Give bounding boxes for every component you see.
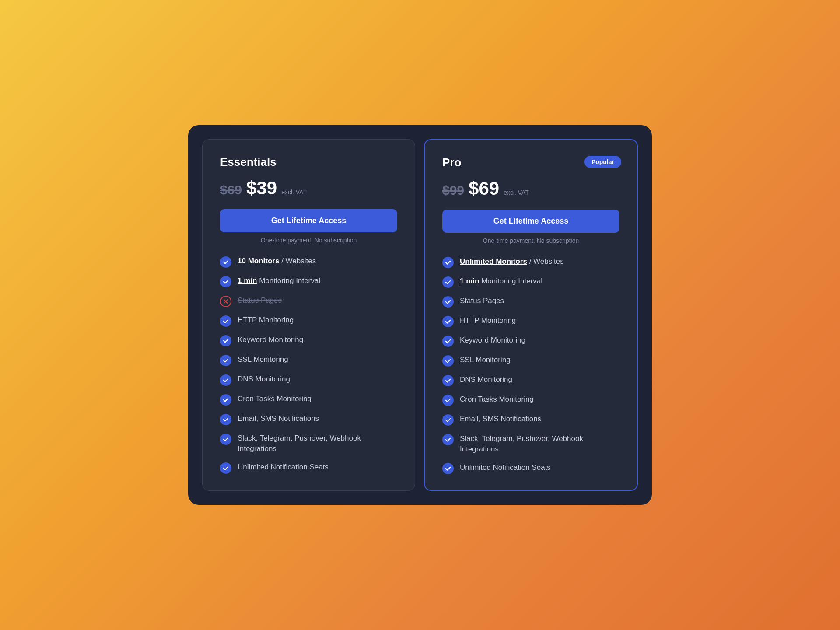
check-icon: [220, 394, 231, 406]
price-old: $99: [442, 183, 464, 198]
check-icon: [442, 316, 454, 327]
check-icon: [442, 355, 454, 367]
check-icon: [442, 414, 454, 426]
feature-text: Status Pages: [460, 296, 504, 306]
payment-note: One-time payment. No subscription: [220, 237, 397, 244]
feature-item: Slack, Telegram, Pushover, Webhook Integ…: [220, 433, 397, 454]
check-icon: [442, 434, 454, 445]
feature-item: Slack, Telegram, Pushover, Webhook Integ…: [442, 434, 620, 455]
payment-note: One-time payment. No subscription: [442, 237, 620, 244]
feature-text: Keyword Monitoring: [460, 335, 525, 346]
check-icon: [220, 462, 231, 474]
feature-text: DNS Monitoring: [238, 374, 290, 385]
feature-item: DNS Monitoring: [220, 374, 397, 386]
feature-item: Cron Tasks Monitoring: [442, 394, 620, 406]
feature-item: HTTP Monitoring: [442, 315, 620, 327]
feature-item: SSL Monitoring: [220, 354, 397, 366]
price-new: $69: [469, 178, 499, 199]
cta-button[interactable]: Get Lifetime Access: [442, 210, 620, 233]
check-icon: [220, 414, 231, 425]
check-icon: [220, 434, 231, 445]
price-vat: excl. VAT: [281, 189, 307, 196]
check-icon: [220, 315, 231, 327]
price-row: $99 $69 excl. VAT: [442, 178, 620, 199]
feature-text: Slack, Telegram, Pushover, Webhook Integ…: [238, 433, 397, 454]
price-row: $69 $39 excl. VAT: [220, 178, 397, 199]
check-icon: [442, 257, 454, 268]
check-icon: [442, 336, 454, 347]
check-icon: [220, 276, 231, 287]
pricing-container: Essentials $69 $39 excl. VAT Get Lifetim…: [188, 125, 652, 505]
feature-text: Unlimited Monitors / Websites: [460, 256, 564, 267]
feature-item: Unlimited Notification Seats: [220, 462, 397, 474]
feature-text: 1 min Monitoring Interval: [460, 276, 542, 287]
price-vat: excl. VAT: [504, 189, 529, 196]
feature-item: Email, SMS Notifications: [442, 414, 620, 426]
plan-card-essentials: Essentials $69 $39 excl. VAT Get Lifetim…: [202, 139, 415, 491]
feature-item: 10 Monitors / Websites: [220, 256, 397, 268]
feature-text: DNS Monitoring: [460, 374, 512, 385]
feature-text: Unlimited Notification Seats: [460, 462, 551, 473]
feature-item: Email, SMS Notifications: [220, 413, 397, 425]
check-icon: [442, 276, 454, 288]
check-icon: [220, 335, 231, 346]
feature-text: SSL Monitoring: [460, 355, 511, 365]
feature-text: Unlimited Notification Seats: [238, 462, 329, 472]
feature-text: 10 Monitors / Websites: [238, 256, 316, 266]
feature-item: Keyword Monitoring: [442, 335, 620, 347]
feature-text: Keyword Monitoring: [238, 335, 303, 345]
feature-item: SSL Monitoring: [442, 355, 620, 367]
feature-text: HTTP Monitoring: [238, 315, 294, 326]
feature-item: 1 min Monitoring Interval: [442, 276, 620, 288]
feature-text: Email, SMS Notifications: [238, 413, 319, 424]
check-icon: [442, 375, 454, 386]
plan-title: Essentials: [220, 155, 397, 169]
features-list: 10 Monitors / Websites 1 min Monitoring …: [220, 256, 397, 474]
feature-text: Slack, Telegram, Pushover, Webhook Integ…: [460, 434, 620, 455]
check-icon: [442, 463, 454, 474]
feature-item: Keyword Monitoring: [220, 335, 397, 346]
check-icon: [220, 355, 231, 366]
feature-item: Unlimited Monitors / Websites: [442, 256, 620, 268]
feature-text: Cron Tasks Monitoring: [238, 394, 312, 404]
feature-text: SSL Monitoring: [238, 354, 288, 365]
check-icon: [220, 374, 231, 386]
feature-text: Email, SMS Notifications: [460, 414, 541, 424]
feature-item: Cron Tasks Monitoring: [220, 394, 397, 406]
feature-text: HTTP Monitoring: [460, 315, 516, 326]
feature-text: Cron Tasks Monitoring: [460, 394, 534, 405]
feature-item: 1 min Monitoring Interval: [220, 276, 397, 287]
check-icon: [442, 296, 454, 308]
feature-item: Unlimited Notification Seats: [442, 462, 620, 474]
feature-item: Status Pages: [220, 295, 397, 307]
cta-button[interactable]: Get Lifetime Access: [220, 209, 397, 232]
feature-text: Status Pages: [238, 295, 282, 306]
check-icon: [442, 395, 454, 406]
cross-icon: [220, 296, 231, 307]
plan-card-pro: Pro Popular $99 $69 excl. VAT Get Lifeti…: [424, 139, 638, 491]
features-list: Unlimited Monitors / Websites 1 min Moni…: [442, 256, 620, 474]
price-old: $69: [220, 182, 242, 197]
feature-item: Status Pages: [442, 296, 620, 308]
price-new: $39: [246, 178, 277, 199]
popular-badge: Popular: [584, 156, 621, 168]
check-icon: [220, 256, 231, 268]
feature-text: 1 min Monitoring Interval: [238, 276, 320, 286]
feature-item: DNS Monitoring: [442, 374, 620, 386]
feature-item: HTTP Monitoring: [220, 315, 397, 327]
